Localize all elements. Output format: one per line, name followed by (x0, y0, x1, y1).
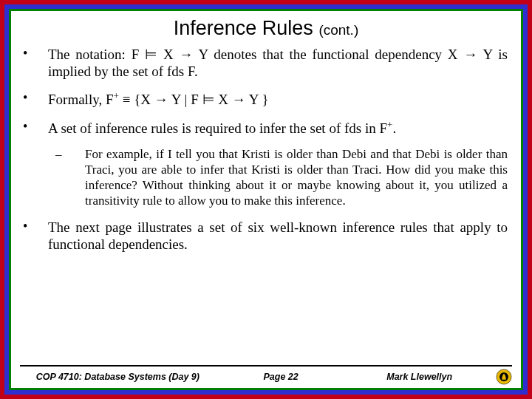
bullet-1: • The notation: F ⊨ X → Y denotes that t… (20, 46, 512, 80)
title-cont: (cont.) (318, 22, 358, 38)
outer-frame: Inference Rules (cont.) • The notation: … (0, 0, 532, 399)
bullet-2: • Formally, F+ ≡ {X → Y | F ⊨ X → Y } (20, 90, 512, 109)
footer-page: Page 22 (216, 372, 347, 382)
bullet-4: • The next page illustrates a set of six… (20, 219, 512, 253)
footer-logo (493, 369, 512, 385)
mid-frame: Inference Rules (cont.) • The notation: … (4, 4, 528, 395)
bullet-dot: • (20, 46, 48, 80)
ucf-logo-icon (496, 369, 512, 385)
bullet-dot: • (20, 219, 48, 253)
footer-course: COP 4710: Database Systems (Day 9) (20, 372, 216, 382)
subbullet-1: – For example, if I tell you that Kristi… (20, 147, 512, 208)
slide-content: • The notation: F ⊨ X → Y denotes that t… (20, 46, 512, 365)
subbullet-1-text: For example, if I tell you that Kristi i… (78, 147, 512, 208)
title-main: Inference Rules (174, 17, 313, 39)
bullet-1-text: The notation: F ⊨ X → Y denotes that the… (48, 46, 512, 80)
bullet-dot: • (20, 90, 48, 109)
slide-title: Inference Rules (cont.) (20, 17, 512, 40)
slide-footer: COP 4710: Database Systems (Day 9) Page … (20, 365, 512, 385)
bullet-2-text: Formally, F+ ≡ {X → Y | F ⊨ X → Y } (48, 90, 512, 109)
bullet-3: • A set of inference rules is required t… (20, 119, 512, 137)
subbullet-dash: – (20, 147, 78, 208)
bullet-4-text: The next page illustrates a set of six w… (48, 219, 512, 253)
bullet-dot: • (20, 119, 48, 137)
inner-frame: Inference Rules (cont.) • The notation: … (9, 9, 523, 390)
footer-author: Mark Llewellyn (346, 372, 493, 382)
bullet-3-text: A set of inference rules is required to … (48, 119, 512, 137)
